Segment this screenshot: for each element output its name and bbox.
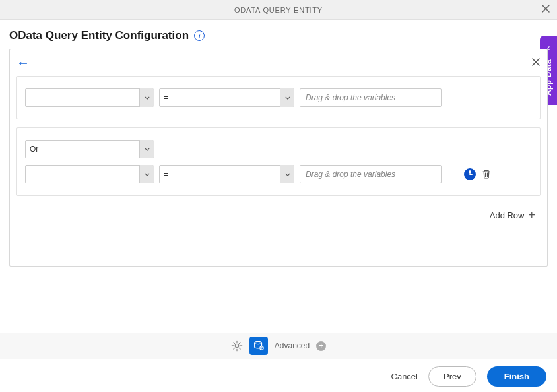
value-input[interactable] [300,88,442,107]
svg-text:?: ? [261,347,263,350]
dialog-header: ODATA QUERY ENTITY [0,0,557,20]
condition-group-2 [16,127,541,196]
operator-select-input[interactable] [159,165,294,183]
plus-circle-icon: + [319,342,323,350]
builder-top-bar: ← [10,49,547,76]
logic-select-input[interactable] [25,140,154,158]
operator-select[interactable] [159,165,294,183]
dialog-title: ODATA QUERY ENTITY [234,6,323,14]
delete-row-button[interactable] [481,169,492,180]
bottom-toolbar: ? Advanced + [0,333,557,359]
operator-select[interactable] [159,88,294,107]
dialog-close-icon[interactable] [541,4,550,16]
dialog-footer: Cancel Prev Finish [0,360,557,392]
query-mode-button[interactable]: ? [249,337,268,355]
field-select-input[interactable] [25,88,154,107]
cancel-button[interactable]: Cancel [391,372,418,381]
plus-icon: + [528,209,535,221]
panel-close-icon[interactable] [531,56,541,70]
page-title: OData Query Entity Configuration [9,29,189,42]
operator-select-input[interactable] [159,88,294,107]
recent-values-button[interactable] [464,168,476,180]
finish-button[interactable]: Finish [487,366,546,387]
add-row-button[interactable]: Add Row + [10,204,547,221]
clock-icon [464,168,476,180]
logic-select[interactable] [25,140,154,158]
value-input[interactable] [300,165,442,183]
condition-group-1 [16,76,541,119]
trash-icon [481,169,492,180]
condition-row [25,165,532,183]
svg-point-1 [255,341,262,344]
add-row-label: Add Row [490,211,525,220]
field-select[interactable] [25,165,154,183]
settings-button[interactable] [231,340,243,352]
field-select-input[interactable] [25,165,154,183]
database-icon: ? [253,340,265,352]
svg-point-0 [235,344,238,347]
info-icon[interactable]: i [194,30,205,41]
gear-icon [231,340,243,352]
field-select[interactable] [25,88,154,107]
page-heading: OData Query Entity Configuration i [0,20,557,49]
logic-row [25,140,532,158]
back-arrow-icon[interactable]: ← [16,55,30,71]
condition-row [25,88,532,107]
advanced-label: Advanced [275,341,310,350]
prev-button[interactable]: Prev [428,366,476,387]
query-builder-panel: ← [9,49,548,267]
advanced-add-button[interactable]: + [316,341,326,351]
